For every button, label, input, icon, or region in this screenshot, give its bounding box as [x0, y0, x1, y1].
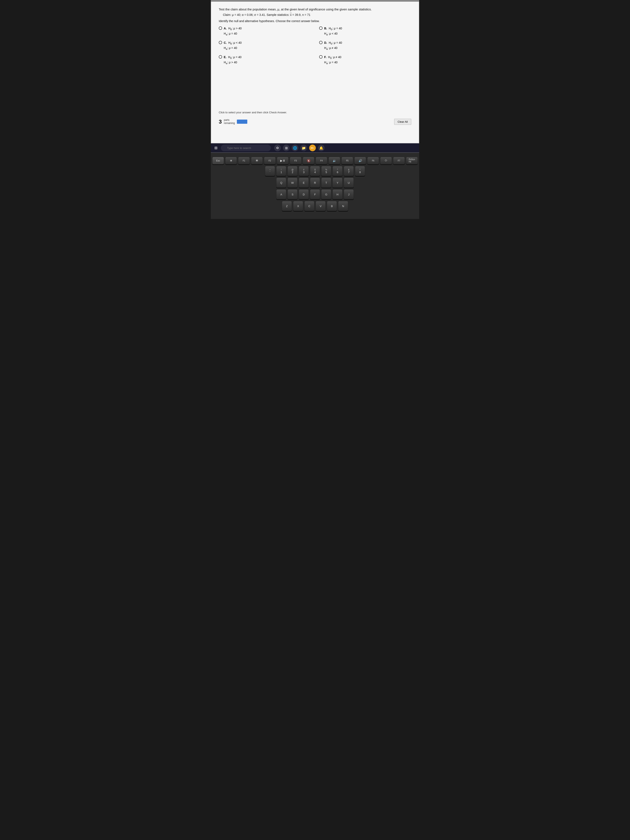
taskbar-search-input[interactable] [221, 145, 271, 151]
screen-area: Test the claim about the population mean… [211, 2, 419, 143]
fn-key-row: Esc ☀ F1 ☀ F2 ▶⏸ F3 🔇 F4 🔉 F5 🔊 F6 🌣 F7 … [215, 157, 415, 164]
key-f3[interactable]: F3 [290, 157, 302, 164]
identify-text: Identify the null and alternative hypoth… [219, 19, 411, 23]
taskbar-edge-icon[interactable]: 🌐 [292, 145, 298, 151]
key-5[interactable]: % 5 [321, 166, 331, 176]
keyboard-area: Esc ☀ F1 ☀ F2 ▶⏸ F3 🔇 F4 🔉 F5 🔊 F6 🌣 F7 … [211, 153, 419, 219]
key-vol-down[interactable]: 🔉 [328, 157, 340, 164]
taskbar-extra-icon[interactable]: 🔔 [318, 145, 325, 151]
notification-area: 99+ [309, 145, 316, 151]
zxcv-row: Z X C V B N [215, 201, 415, 211]
key-f5[interactable]: F5 [341, 157, 353, 164]
key-c[interactable]: C [305, 201, 314, 211]
taskbar-icons: ⊞ 🌐 📁 99+ 🔔 [274, 145, 325, 151]
progress-indicator [237, 120, 247, 124]
taskbar-folder-icon[interactable]: 📁 [300, 145, 307, 151]
taskbar-circle-icon[interactable] [274, 145, 281, 151]
key-4[interactable]: $ 4 [310, 166, 320, 176]
windows-icon: ⊞ [215, 145, 218, 150]
key-a[interactable]: A [276, 189, 286, 199]
key-s[interactable]: S [287, 189, 297, 199]
radio-e[interactable] [219, 55, 222, 58]
key-v[interactable]: V [316, 201, 325, 211]
radio-c[interactable] [219, 41, 222, 44]
key-j[interactable]: J [344, 189, 354, 199]
key-u[interactable]: U [344, 178, 354, 188]
key-8[interactable]: * 8 [355, 166, 365, 176]
option-e[interactable]: E. H0: μ = 40 Ha: μ > 40 [219, 55, 311, 65]
key-e[interactable]: E [299, 178, 309, 188]
key-play-pause[interactable]: ▶⏸ [277, 157, 289, 164]
option-f[interactable]: F. H0: μ ≠ 40 Ha: μ = 40 [319, 55, 411, 65]
key-t[interactable]: T [321, 178, 331, 188]
asdf-row: A S D F G H J [215, 189, 415, 199]
parts-remaining: 3 parts remaining [219, 118, 247, 125]
number-key-row: ~ ` ! 1 @ 2 # 3 $ 4 % 5 ^ 6 & 7 [215, 166, 415, 176]
taskbar: ⊞ 🔍 ⊞ 🌐 📁 99+ 🔔 [211, 143, 419, 153]
click-note: Click to select your answer and then cli… [219, 111, 411, 114]
key-f7[interactable]: F7 [393, 157, 405, 164]
radio-b[interactable] [319, 27, 322, 30]
key-f[interactable]: F [310, 189, 320, 199]
option-d[interactable]: D. H0: μ = 40 Ha: μ ≠ 40 [319, 40, 411, 51]
taskbar-grid-icon[interactable]: ⊞ [283, 145, 290, 151]
key-f1[interactable]: F1 [238, 157, 250, 164]
key-tilde[interactable]: ~ ` [265, 166, 275, 176]
key-n[interactable]: N [338, 201, 348, 211]
parts-number: 3 [219, 118, 222, 125]
radio-a[interactable] [219, 27, 222, 30]
bottom-bar: 3 parts remaining Clear All [219, 117, 411, 125]
key-7[interactable]: & 7 [344, 166, 354, 176]
option-b[interactable]: B. H0: μ = 40 Ha: μ < 40 [319, 26, 411, 37]
qwerty-row: Q W E R T Y U [215, 178, 415, 188]
main-question-text: Test the claim about the population mean… [219, 8, 411, 11]
notification-count: 99+ [311, 147, 314, 149]
key-z[interactable]: Z [282, 201, 292, 211]
key-f6[interactable]: F6 [367, 157, 379, 164]
key-brightness-icon[interactable]: 🌣 [380, 157, 392, 164]
key-vol-up[interactable]: 🔊 [354, 157, 366, 164]
key-f2[interactable]: F2 [264, 157, 276, 164]
key-r[interactable]: R [310, 178, 320, 188]
key-esc[interactable]: Esc [212, 157, 224, 164]
key-prtscn[interactable]: PrtScnF8 [406, 157, 418, 164]
key-2[interactable]: @ 2 [287, 166, 297, 176]
claim-text: Claim: μ = 40; α = 0.06; σ = 3.41. Sampl… [223, 13, 411, 16]
key-6[interactable]: ^ 6 [333, 166, 343, 176]
key-g[interactable]: G [321, 189, 331, 199]
key-mute[interactable]: 🔇 [303, 157, 314, 164]
option-c[interactable]: C. H0: μ < 40 Ha: μ = 40 [219, 40, 311, 51]
clear-all-button[interactable]: Clear All [394, 119, 411, 125]
key-brightness-down[interactable]: ☀ [225, 157, 237, 164]
options-grid: A. H0: μ > 40 Ha: μ = 40 B. H0: μ = 40 H… [219, 26, 411, 69]
key-w[interactable]: W [287, 178, 297, 188]
key-f4[interactable]: F4 [316, 157, 327, 164]
circle-indicator [276, 147, 278, 149]
key-q[interactable]: Q [276, 178, 286, 188]
key-3[interactable]: # 3 [299, 166, 309, 176]
key-x[interactable]: X [293, 201, 303, 211]
radio-f[interactable] [319, 55, 322, 58]
option-a[interactable]: A. H0: μ > 40 Ha: μ = 40 [219, 26, 311, 37]
parts-label-line2: remaining [224, 122, 235, 125]
parts-label-line1: parts [224, 118, 235, 122]
taskbar-notification-icon[interactable]: 99+ [309, 145, 316, 151]
key-d[interactable]: D [299, 189, 309, 199]
search-wrapper: 🔍 [221, 145, 271, 151]
key-h[interactable]: H [333, 189, 343, 199]
start-button[interactable]: ⊞ [213, 145, 219, 151]
key-1[interactable]: ! 1 [276, 166, 286, 176]
key-y[interactable]: Y [333, 178, 343, 188]
key-brightness-up[interactable]: ☀ [251, 157, 263, 164]
radio-d[interactable] [319, 41, 322, 44]
key-b[interactable]: B [327, 201, 337, 211]
